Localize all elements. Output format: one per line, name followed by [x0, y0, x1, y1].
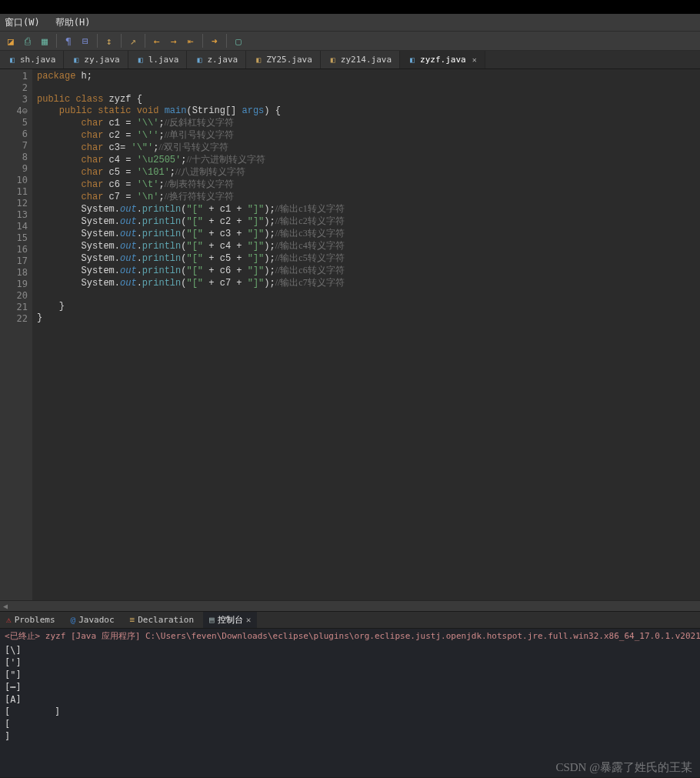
- tab-label: l.java: [148, 55, 179, 65]
- show-icon[interactable]: ⊟: [78, 33, 93, 48]
- tab-icon: ≡: [130, 615, 135, 625]
- line-number: 4⊖: [0, 105, 28, 117]
- line-number: 16: [0, 244, 28, 255]
- back-icon[interactable]: ←: [149, 33, 165, 48]
- line-number: 7: [0, 140, 28, 152]
- line-number: 19: [0, 279, 28, 290]
- line-number: 9: [0, 163, 28, 175]
- toolbar: ◪ ⎙ ▦ ¶ ⊟ ↕ ↗ ← → ⇤ ➜ ▢: [0, 31, 700, 51]
- tab-label: z.java: [207, 55, 238, 65]
- tab-label: sh.java: [20, 55, 55, 65]
- separator: [56, 34, 57, 48]
- titlebar: [0, 0, 700, 14]
- nav-icon[interactable]: ↕: [102, 33, 117, 48]
- menubar: 窗口(W) 帮助(H): [0, 14, 700, 31]
- tab-icon: ⚠: [6, 615, 12, 625]
- close-icon[interactable]: ✕: [246, 615, 252, 625]
- line-number: 8: [0, 152, 28, 163]
- tab-label: ZY25.java: [266, 55, 312, 65]
- tab-label: zy.java: [84, 55, 119, 65]
- code-area[interactable]: package h; public class zyzf { public st…: [32, 69, 700, 600]
- tab-label: Javadoc: [78, 615, 114, 625]
- tab-zyzf-java[interactable]: ◧zyzf.java✕: [400, 51, 485, 68]
- panel-tab-控制台[interactable]: ▤控制台 ✕: [203, 612, 257, 628]
- bottom-panel-tabs: ⚠Problems@Javadoc≡Declaration▤控制台 ✕: [0, 611, 700, 629]
- separator: [97, 34, 98, 48]
- tab-zy-java[interactable]: ◧zy.java: [64, 51, 128, 68]
- tab-label: Declaration: [138, 615, 194, 625]
- line-number: 18: [0, 267, 28, 279]
- java-file-icon: ◧: [254, 55, 263, 65]
- gutter: 1234⊖5678910111213141516171819202122: [0, 69, 32, 600]
- horizontal-scrollbar[interactable]: ◀: [0, 600, 700, 611]
- line-number: 1: [0, 71, 28, 82]
- line-number: 15: [0, 232, 28, 244]
- next-icon[interactable]: ➜: [207, 33, 222, 48]
- exit-icon[interactable]: ⇤: [183, 33, 198, 48]
- java-file-icon: ◧: [72, 55, 81, 65]
- perspective-icon[interactable]: ↗: [125, 33, 141, 48]
- console-header: <已终止> zyzf [Java 应用程序] C:\Users\feven\Do…: [0, 629, 700, 643]
- line-number: 2: [0, 82, 28, 94]
- separator: [226, 34, 227, 48]
- line-number: 3: [0, 94, 28, 105]
- panel-tab-javadoc[interactable]: @Javadoc: [65, 612, 121, 628]
- breakpoint-icon[interactable]: ◪: [3, 33, 18, 48]
- panel-tab-problems[interactable]: ⚠Problems: [0, 612, 62, 628]
- tab-l-java[interactable]: ◧l.java: [128, 51, 188, 68]
- separator: [145, 34, 145, 48]
- tab-label: zy214.java: [341, 55, 392, 65]
- line-number: 21: [0, 302, 28, 313]
- tab-icon: ▤: [209, 615, 215, 625]
- separator: [121, 34, 122, 48]
- tab-label: zyzf.java: [420, 55, 466, 65]
- tab-z-java[interactable]: ◧z.java: [187, 51, 246, 68]
- line-number: 22: [0, 313, 28, 325]
- tab-ZY25-java[interactable]: ◧ZY25.java: [246, 51, 321, 68]
- editor-tabs: ◧sh.java◧zy.java◧l.java◧z.java◧ZY25.java…: [0, 51, 700, 69]
- line-number: 17: [0, 255, 28, 267]
- java-file-icon: ◧: [195, 55, 204, 65]
- java-file-icon: ◧: [8, 55, 17, 65]
- line-number: 11: [0, 186, 28, 198]
- java-file-icon: ◧: [328, 55, 338, 65]
- tab-label: Problems: [15, 615, 55, 625]
- window-icon[interactable]: ▢: [231, 33, 246, 48]
- line-number: 6: [0, 129, 28, 140]
- line-number: 20: [0, 290, 28, 302]
- line-number: 12: [0, 198, 28, 209]
- pilcrow-icon[interactable]: ¶: [61, 33, 76, 48]
- line-number: 13: [0, 209, 28, 221]
- forward-icon[interactable]: →: [166, 33, 182, 48]
- menu-help[interactable]: 帮助(H): [55, 16, 91, 29]
- java-file-icon: ◧: [408, 55, 417, 65]
- tab-zy214-java[interactable]: ◧zy214.java: [321, 51, 400, 68]
- scroll-left-icon[interactable]: ◀: [0, 602, 11, 610]
- frame-icon[interactable]: ▦: [37, 33, 52, 48]
- separator: [202, 34, 203, 48]
- line-number: 14: [0, 221, 28, 232]
- tab-icon: @: [71, 615, 76, 625]
- close-icon[interactable]: ✕: [472, 55, 477, 64]
- line-number: 10: [0, 175, 28, 186]
- menu-window[interactable]: 窗口(W): [5, 16, 40, 29]
- tab-sh-java[interactable]: ◧sh.java: [0, 51, 64, 68]
- editor: 1234⊖5678910111213141516171819202122 pac…: [0, 69, 700, 600]
- tab-label: 控制台: [218, 614, 243, 626]
- panel-tab-declaration[interactable]: ≡Declaration: [124, 612, 200, 628]
- line-number: 5: [0, 117, 28, 129]
- java-file-icon: ◧: [136, 55, 145, 65]
- console-output[interactable]: [\] ['] ["] [┅] [A] [ ] [ ]: [0, 643, 700, 777]
- step-icon[interactable]: ⎙: [20, 33, 35, 48]
